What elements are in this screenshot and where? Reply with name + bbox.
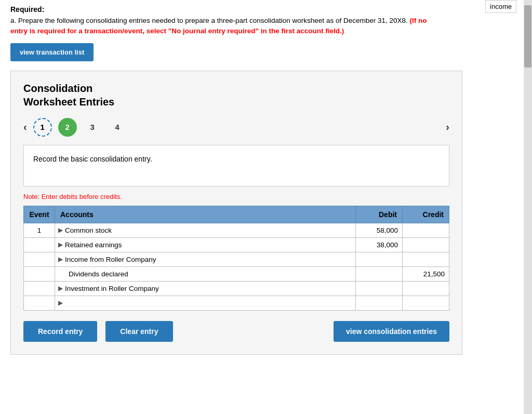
prev-arrow[interactable]: ‹ xyxy=(23,121,27,133)
instructions-plain: a. Prepare the following consolidating e… xyxy=(10,17,409,24)
account-name-1: Common stock xyxy=(65,226,112,234)
table-row: ▶ Income from Roller Company xyxy=(24,252,449,266)
clear-entry-button[interactable]: Clear entry xyxy=(105,321,172,342)
header-event: Event xyxy=(24,206,55,223)
event-cell-2 xyxy=(24,237,55,252)
view-transaction-button[interactable]: view transaction list xyxy=(10,43,94,61)
scrollbar-thumb[interactable] xyxy=(524,5,531,68)
account-cell-4[interactable]: Dividends declared xyxy=(55,266,356,281)
credit-cell-5[interactable] xyxy=(403,281,449,296)
description-text: Record the basic consolidation entry. xyxy=(33,155,152,163)
row2-arrow: ▶ xyxy=(58,241,63,248)
account-cell-1[interactable]: ▶ Common stock xyxy=(55,223,356,237)
table-row: ▶ Investment in Roller Company xyxy=(24,281,449,296)
account-name-3: Income from Roller Company xyxy=(65,256,156,263)
required-label: Required: xyxy=(10,5,522,14)
credit-cell-3[interactable] xyxy=(403,252,449,266)
credit-cell-2[interactable] xyxy=(403,237,449,252)
journal-table: Event Accounts Debit Credit 1 ▶ Common s… xyxy=(23,206,449,311)
account-name-2: Retained earnings xyxy=(65,241,122,249)
table-header-row: Event Accounts Debit Credit xyxy=(24,206,449,223)
row5-arrow: ▶ xyxy=(58,285,63,292)
page-wrapper: income Required: a. Prepare the followin… xyxy=(0,0,532,414)
header-debit: Debit xyxy=(356,206,403,223)
worksheet-container: Consolidation Worksheet Entries ‹ 1 2 3 … xyxy=(10,71,462,355)
credit-value-4: 21,500 xyxy=(423,270,445,278)
instructions: a. Prepare the following consolidating e… xyxy=(10,16,436,37)
debit-cell-6[interactable] xyxy=(356,296,403,310)
buttons-row: Record entry Clear entry view consolidat… xyxy=(23,321,449,342)
view-consolidation-button[interactable]: view consolidation entries xyxy=(334,321,449,342)
pagination: ‹ 1 2 3 4 › xyxy=(23,118,449,137)
event-cell-4 xyxy=(24,266,55,281)
page-btn-2[interactable]: 2 xyxy=(58,118,77,137)
credit-cell-6[interactable] xyxy=(403,296,449,310)
debit-value-1: 58,000 xyxy=(377,226,398,234)
row3-arrow: ▶ xyxy=(58,256,63,263)
event-cell-1: 1 xyxy=(24,223,55,237)
account-cell-3[interactable]: ▶ Income from Roller Company xyxy=(55,252,356,266)
description-box: Record the basic consolidation entry. xyxy=(23,145,449,186)
credit-cell-4[interactable]: 21,500 xyxy=(403,266,449,281)
header-credit: Credit xyxy=(403,206,449,223)
table-row: 1 ▶ Common stock 58,000 xyxy=(24,223,449,237)
table-row-empty: ▶ xyxy=(24,296,449,310)
table-row: Dividends declared 21,500 xyxy=(24,266,449,281)
worksheet-title-line1: Consolidation xyxy=(23,82,449,95)
header-accounts: Accounts xyxy=(55,206,356,223)
debit-cell-1[interactable]: 58,000 xyxy=(356,223,403,237)
debit-value-2: 38,000 xyxy=(377,241,398,249)
debit-cell-5[interactable] xyxy=(356,281,403,296)
account-cell-6[interactable]: ▶ xyxy=(55,296,356,310)
page-btn-4[interactable]: 4 xyxy=(108,118,127,137)
event-cell-6 xyxy=(24,296,55,310)
note-text: Note: Enter debits before credits. xyxy=(23,193,449,201)
debit-cell-4[interactable] xyxy=(356,266,403,281)
event-cell-5 xyxy=(24,281,55,296)
account-cell-5[interactable]: ▶ Investment in Roller Company xyxy=(55,281,356,296)
page-btn-3[interactable]: 3 xyxy=(83,118,102,137)
account-name-5: Investment in Roller Company xyxy=(65,285,159,292)
account-name-4: Dividends declared xyxy=(69,270,128,278)
worksheet-title-line2: Worksheet Entries xyxy=(23,95,449,109)
event-cell-3 xyxy=(24,252,55,266)
scrollbar-track[interactable] xyxy=(524,0,532,414)
next-arrow[interactable]: › xyxy=(446,121,449,133)
credit-cell-1[interactable] xyxy=(403,223,449,237)
account-cell-2[interactable]: ▶ Retained earnings xyxy=(55,237,356,252)
debit-cell-3[interactable] xyxy=(356,252,403,266)
row1-arrow: ▶ xyxy=(58,226,63,234)
income-label: income xyxy=(490,3,512,10)
income-box: income xyxy=(485,0,516,13)
row6-arrow: ▶ xyxy=(58,299,63,306)
record-entry-button[interactable]: Record entry xyxy=(23,321,97,342)
worksheet-title: Consolidation Worksheet Entries xyxy=(23,82,449,109)
table-row: ▶ Retained earnings 38,000 xyxy=(24,237,449,252)
page-btn-1[interactable]: 1 xyxy=(33,118,52,137)
debit-cell-2[interactable]: 38,000 xyxy=(356,237,403,252)
